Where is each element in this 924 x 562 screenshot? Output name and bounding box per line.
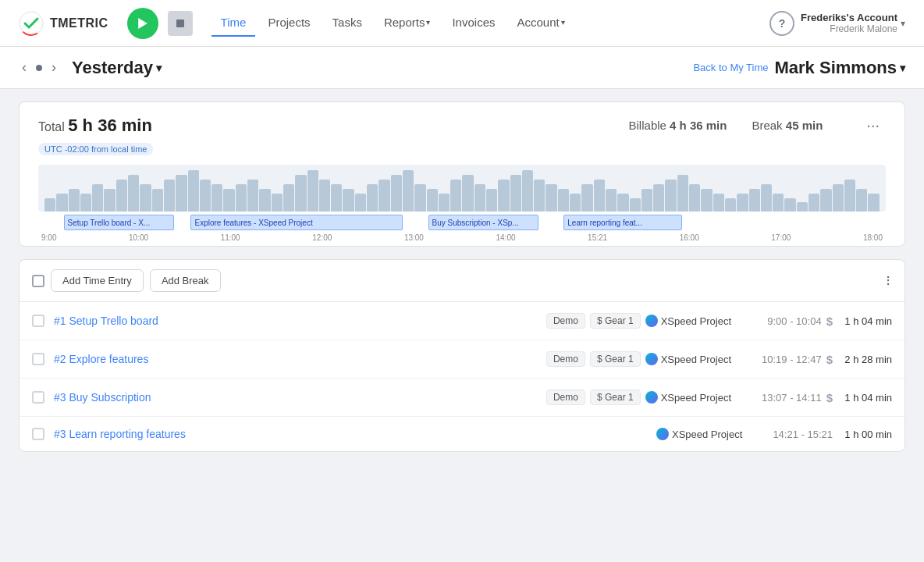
nav-reports[interactable]: Reports ▾ <box>375 9 440 37</box>
user-name-chevron-icon: ▾ <box>900 62 905 74</box>
stats-row: Total 5 h 36 min Billable 4 h 36 min Bre… <box>38 115 886 136</box>
project-badge-1: XSpeed Project <box>645 315 747 327</box>
table-row: #2 Explore features Demo $ $ Gear 1 XSpe… <box>20 340 904 379</box>
billable-icon-3: $ <box>826 391 833 404</box>
date-bar: ‹ › Yesterday ▾ Back to My Time Mark Sim… <box>0 47 924 89</box>
entry-title-4[interactable]: #3 Learn reporting features <box>54 428 210 440</box>
entry-tags-2: Demo $ $ Gear 1 XSpeed Project 10:19 - 1… <box>546 351 892 367</box>
today-dot-button[interactable] <box>36 65 42 71</box>
nav-time[interactable]: Time <box>211 9 256 37</box>
user-chevron-icon: ▾ <box>901 18 905 29</box>
tag-gear-2: $ $ Gear 1 <box>590 351 641 367</box>
svg-rect-3 <box>176 20 184 27</box>
tag-gear-1: $ $ Gear 1 <box>590 313 641 329</box>
tag-demo-1[interactable]: Demo <box>546 313 585 329</box>
main-content: Total 5 h 36 min Billable 4 h 36 min Bre… <box>0 89 924 464</box>
add-break-button[interactable]: Add Break <box>150 269 221 292</box>
entry-time-range-3: 13:07 - 14:11 <box>752 392 822 404</box>
project-dot-icon-3 <box>645 391 658 404</box>
timeline-event-2: Explore features - XSpeed Project <box>190 215 403 230</box>
play-button[interactable] <box>127 8 158 39</box>
project-dot-icon-1 <box>645 315 658 327</box>
entry-title-1[interactable]: #1 Setup Trello board <box>54 315 210 327</box>
logo-area: TMETRIC <box>19 11 108 36</box>
timeline-event-3: Buy Subscription - XSp... <box>428 215 538 230</box>
timeline-event-1: Setup Trello board - X... <box>64 215 174 230</box>
entry-duration-1: 1 h 04 min <box>837 315 892 327</box>
user-full-name: Frederik Malone <box>801 23 897 34</box>
nav-invoices[interactable]: Invoices <box>442 9 504 37</box>
entry-tags-4: XSpeed Project 14:21 - 15:21 1 h 00 min <box>656 428 892 440</box>
total-value: 5 h 36 min <box>68 116 152 135</box>
prev-date-button[interactable]: ‹ <box>19 56 30 79</box>
entry-title-3[interactable]: #3 Buy Subscription <box>54 391 210 404</box>
row-checkbox-3[interactable] <box>32 391 44 404</box>
viewing-user-name[interactable]: Mark Simmons ▾ <box>775 58 906 78</box>
entry-duration-4: 1 h 00 min <box>837 429 892 440</box>
entry-time-range-1: 9:00 - 10:04 <box>752 315 822 327</box>
stop-button[interactable] <box>168 11 193 36</box>
timeline-labels: 9:00 10:00 11:00 12:00 13:00 14:00 15:21… <box>38 233 886 242</box>
entry-title-2[interactable]: #2 Explore features <box>54 353 210 365</box>
date-label[interactable]: Yesterday ▾ <box>72 58 162 78</box>
timeline-event-4: Learn reporting feat... <box>563 215 682 230</box>
entry-duration-2: 2 h 28 min <box>837 354 892 365</box>
project-badge-4: XSpeed Project <box>656 428 758 440</box>
stats-card: Total 5 h 36 min Billable 4 h 36 min Bre… <box>19 101 905 247</box>
entry-time-range-2: 10:19 - 12:47 <box>752 354 822 365</box>
svg-marker-2 <box>138 18 147 29</box>
table-row: #3 Buy Subscription Demo $ $ Gear 1 XSpe… <box>20 379 904 417</box>
user-account-name: Frederiks's Account <box>801 12 897 23</box>
filter-icon: ⫶ <box>885 272 892 288</box>
break-stat: Break 45 min <box>752 119 823 132</box>
add-time-entry-button[interactable]: Add Time Entry <box>51 269 144 292</box>
entry-time-range-4: 14:21 - 15:21 <box>762 429 833 440</box>
row-checkbox-1[interactable] <box>32 315 44 327</box>
entry-tags-1: Demo $ $ Gear 1 XSpeed Project 9:00 - 10… <box>546 313 892 329</box>
chevron-down-icon: ▾ <box>561 18 565 27</box>
tag-demo-2[interactable]: Demo <box>546 351 585 367</box>
nav-account[interactable]: Account ▾ <box>507 9 574 37</box>
logo-text: TMETRIC <box>50 16 108 30</box>
tag-demo-3[interactable]: Demo <box>546 389 585 405</box>
timeline-bars-area <box>38 165 886 212</box>
more-options-button[interactable]: ··· <box>860 115 886 136</box>
date-chevron-icon: ▾ <box>156 62 162 74</box>
row-checkbox-2[interactable] <box>32 353 44 365</box>
help-button[interactable]: ? <box>769 11 794 36</box>
utc-badge: UTC -02:00 from local time <box>38 143 153 155</box>
row-checkbox-4[interactable] <box>32 428 44 440</box>
timeline-events-row: Setup Trello board - X... Explore featur… <box>38 212 886 233</box>
table-row: #3 Learn reporting features XSpeed Proje… <box>20 417 904 451</box>
project-badge-2: XSpeed Project <box>645 353 747 365</box>
billable-icon-2: $ <box>826 353 833 366</box>
nav-projects[interactable]: Projects <box>258 9 319 37</box>
select-all-checkbox[interactable] <box>32 275 44 287</box>
date-navigation: ‹ › Yesterday ▾ <box>19 56 162 79</box>
total-label: Total 5 h 36 min <box>38 116 152 136</box>
billable-icon-1: $ <box>826 315 833 328</box>
tag-gear-3: $ $ Gear 1 <box>590 389 641 405</box>
project-badge-3: XSpeed Project <box>645 391 747 404</box>
timeline: Setup Trello board - X... Explore featur… <box>38 165 886 233</box>
stats-right: Billable 4 h 36 min Break 45 min ··· <box>629 115 886 136</box>
table-row: #1 Setup Trello board Demo $ $ Gear 1 XS… <box>20 302 904 340</box>
header: TMETRIC Time Projects Tasks Reports ▾ In… <box>0 0 924 47</box>
nav-links: Time Projects Tasks Reports ▾ Invoices A… <box>211 9 763 37</box>
break-value: 45 min <box>786 119 823 132</box>
chevron-down-icon: ▾ <box>426 18 430 27</box>
entry-duration-3: 1 h 04 min <box>837 392 892 404</box>
filter-button[interactable]: ⫶ <box>885 272 892 289</box>
logo-icon <box>19 11 44 36</box>
next-date-button[interactable]: › <box>48 56 59 79</box>
nav-tasks[interactable]: Tasks <box>323 9 371 37</box>
user-area[interactable]: Frederiks's Account Frederik Malone ▾ <box>801 12 905 34</box>
billable-stat: Billable 4 h 36 min <box>629 119 727 132</box>
entry-toolbar: Add Time Entry Add Break ⫶ <box>20 260 904 302</box>
billable-value: 4 h 36 min <box>670 119 727 132</box>
project-dot-icon-4 <box>656 428 669 440</box>
back-to-my-time-link[interactable]: Back to My Time <box>693 62 768 73</box>
entry-tags-3: Demo $ $ Gear 1 XSpeed Project 13:07 - 1… <box>546 389 892 405</box>
project-dot-icon-2 <box>645 353 658 365</box>
entry-list: Add Time Entry Add Break ⫶ #1 Setup Trel… <box>19 259 905 452</box>
